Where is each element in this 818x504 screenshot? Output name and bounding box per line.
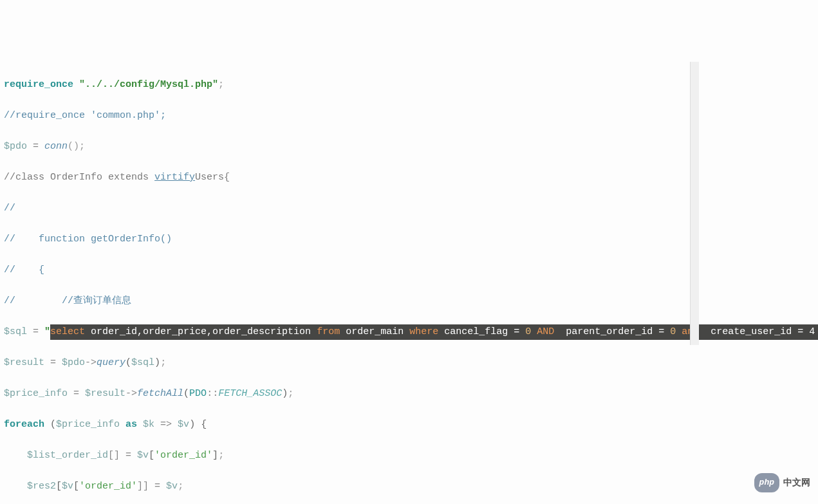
code-editor[interactable]: require_once "../../config/Mysql.php"; /… [0, 62, 818, 504]
code-line: $list_order_id[] = $v['order_id']; [0, 448, 818, 463]
sql-string: select order_id,order_price,order_descri… [50, 324, 818, 340]
variable: $result [4, 357, 44, 368]
variable: $result [85, 388, 125, 399]
variable: $res2 [27, 481, 56, 492]
comment: //class OrderInfo extends [4, 172, 154, 183]
semicolon: ; [178, 481, 183, 492]
double-colon: :: [207, 388, 218, 399]
quote: " [44, 326, 50, 337]
string-literal: 'order_id' [154, 450, 212, 461]
bracket: [ [73, 481, 79, 492]
semicolon: ; [218, 450, 224, 461]
variable: $sql [131, 357, 154, 368]
method: fetchAll [137, 388, 183, 399]
operator: = [44, 357, 62, 368]
code-line: $price_info = $result->fetchAll(PDO::FET… [0, 386, 818, 402]
code-line: foreach ($price_info as $k => $v) { [0, 417, 818, 433]
indent [4, 450, 27, 461]
paren: ( [183, 388, 189, 399]
variable: $list_order_id [27, 450, 108, 461]
variable: $pdo [62, 357, 85, 368]
paren: ) [282, 388, 288, 399]
operator: = [68, 388, 85, 399]
watermark-text: 中文网 [783, 475, 810, 490]
bracket: ] [212, 450, 218, 461]
bracket-eq: [] = [108, 450, 137, 461]
string-literal: "../../config/Mysql.php" [79, 79, 218, 90]
comment-link: virtify [154, 172, 195, 183]
comment: // function getOrderInfo() [4, 234, 172, 245]
arrow: => [154, 419, 178, 430]
method: query [97, 357, 125, 368]
paren: ( [44, 419, 56, 430]
keyword-foreach: foreach [4, 419, 44, 430]
semicolon: ; [160, 357, 166, 368]
function-call: conn [44, 141, 68, 152]
arrow: -> [125, 388, 137, 399]
comment: // //查询订单信息 [4, 295, 131, 306]
arrow: -> [85, 357, 97, 368]
bracket-eq: ]] = [137, 481, 166, 492]
variable: $price_info [56, 419, 120, 430]
indent [4, 481, 27, 492]
variable: $v [166, 481, 178, 492]
constant: FETCH_ASSOC [218, 388, 282, 399]
watermark-logo: php [754, 473, 779, 492]
variable: $price_info [4, 388, 68, 399]
semicolon: ; [288, 388, 293, 399]
comment: //require_once 'common.php'; [4, 110, 166, 121]
keyword-as: as [120, 419, 143, 430]
variable: $v [137, 450, 149, 461]
paren: ( [125, 357, 131, 368]
class-name: PDO [189, 388, 207, 399]
semicolon: ; [218, 79, 224, 90]
comment: // { [4, 265, 44, 275]
watermark: php 中文网 [754, 473, 810, 492]
variable: $pdo [4, 141, 27, 152]
code-line: $result = $pdo->query($sql); [0, 355, 818, 371]
string-literal: 'order_id' [79, 481, 137, 492]
paren: ) [154, 357, 160, 368]
scrollbar[interactable] [690, 62, 699, 345]
operator: = [27, 141, 44, 152]
semicolon: ; [79, 141, 85, 152]
keyword-require: require_once [4, 79, 73, 90]
comment: Users{ [195, 172, 230, 183]
paren-brace: ) { [189, 419, 207, 430]
code-line: $res2[$v['order_id']] = $v; [0, 479, 818, 494]
bracket: [ [149, 450, 154, 461]
parens: () [68, 141, 79, 152]
variable: $v [62, 481, 73, 492]
bracket: [ [56, 481, 62, 492]
variable: $k [143, 419, 154, 430]
variable: $v [178, 419, 189, 430]
operator: = [27, 326, 44, 337]
comment: // [4, 203, 15, 214]
variable: $sql [4, 326, 27, 337]
